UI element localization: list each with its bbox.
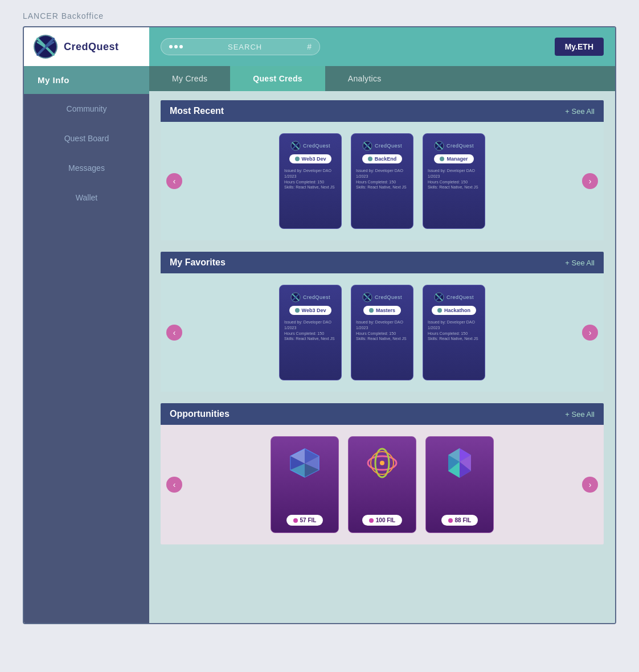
fav-badge-3: Hackathon: [432, 306, 476, 315]
backoffice-label: LANCER Backoffice: [23, 11, 616, 21]
most-recent-header: Most Recent + See All: [161, 100, 604, 122]
opportunities-next-btn[interactable]: ›: [582, 477, 598, 493]
top-header: SEARCH # My.ETH: [149, 27, 615, 66]
fav-badge-label-2: Masters: [376, 308, 395, 313]
cred-badge-label-2: BackEnd: [375, 156, 397, 162]
cred-brand-2: CredQuest: [375, 143, 402, 149]
fav-card-masters: CredQuest Masters Issued by: Developer D…: [351, 285, 413, 380]
opportunities-prev-btn[interactable]: ‹: [166, 477, 182, 493]
cred-badge-1: Web3 Dev: [289, 154, 332, 163]
opp-card-88fil: 88 FIL: [425, 436, 494, 533]
cred-badge-dot-3: [440, 157, 444, 161]
opp-badge-3: 88 FIL: [441, 515, 478, 526]
cred-card-logo-2: CredQuest: [362, 141, 402, 151]
opportunities-header: Opportunities + See All: [161, 403, 604, 425]
cred-card-backend: CredQuest BackEnd Issued by: Developer D…: [351, 133, 413, 229]
sidebar-item-questboard[interactable]: Quest Board: [24, 124, 149, 153]
tab-questcreds[interactable]: Quest Creds: [230, 66, 325, 91]
fav-card-logo-1: CredQuest: [290, 292, 330, 302]
tab-mycreds[interactable]: My Creds: [149, 66, 230, 91]
opp-icon-3: [443, 446, 477, 480]
fav-card-logo-2: CredQuest: [362, 292, 402, 302]
cred-badge-2: BackEnd: [362, 154, 403, 163]
fav-info-2: Issued by: Developer DAO 1/2023 Hours Co…: [356, 319, 408, 342]
search-dots-icon: [169, 45, 183, 48]
opp-icon-2: [365, 446, 399, 480]
most-recent-section: Most Recent + See All ‹: [161, 100, 604, 240]
my-favorites-section: My Favorites + See All ‹: [161, 252, 604, 392]
cred-card-web3dev: CredQuest Web3 Dev Issued by: Developer …: [279, 133, 342, 229]
content-area: SEARCH # My.ETH My Creds Quest Creds Ana…: [149, 27, 615, 623]
sidebar-logo: CredQuest: [24, 27, 149, 66]
opp-amount-1: 57 FIL: [300, 517, 317, 523]
cred-badge-3: Manager: [434, 154, 473, 163]
most-recent-title: Most Recent: [170, 106, 224, 116]
opp-badge-dot-2: [369, 518, 374, 523]
favorites-next-btn[interactable]: ›: [582, 325, 598, 341]
cred-badge-label-3: Manager: [447, 156, 468, 162]
sidebar-item-messages[interactable]: Messages: [24, 153, 149, 183]
fav-brand-3: CredQuest: [447, 294, 474, 300]
dot3: [179, 45, 183, 48]
most-recent-body: ‹ CredQuest: [161, 122, 604, 240]
credquest-logo-icon: [33, 34, 58, 59]
fav-info-3: Issued by: Developer DAO 1/2023 Hours Co…: [428, 319, 480, 342]
cred-badge-dot-1: [295, 157, 300, 161]
opp-amount-2: 100 FIL: [376, 517, 395, 523]
svg-point-33: [380, 461, 384, 465]
favorites-cards: CredQuest Web3 Dev Issued by: Developer …: [188, 285, 576, 380]
cred-x-icon-2: [362, 141, 372, 151]
my-favorites-title: My Favorites: [170, 257, 226, 268]
cred-badge-label-1: Web3 Dev: [302, 156, 326, 162]
fav-badge-2: Masters: [363, 306, 401, 315]
opportunities-see-all[interactable]: + See All: [565, 410, 595, 419]
most-recent-see-all[interactable]: + See All: [565, 107, 595, 116]
sidebar-item-community[interactable]: Community: [24, 94, 149, 124]
fav-badge-dot-2: [369, 308, 374, 313]
search-label: SEARCH: [187, 43, 302, 51]
most-recent-prev-btn[interactable]: ‹: [166, 173, 182, 189]
tabs-bar: My Creds Quest Creds Analytics: [149, 66, 615, 91]
cred-info-3: Issued by: Developer DAO 1/2023 Hours Co…: [428, 168, 480, 190]
fav-card-logo-3: CredQuest: [434, 292, 474, 302]
fav-info-1: Issued by: Developer DAO 1/2023 Hours Co…: [284, 319, 337, 342]
cred-brand-1: CredQuest: [303, 143, 330, 149]
cred-card-logo-3: CredQuest: [434, 141, 474, 151]
fav-brand-1: CredQuest: [303, 294, 330, 300]
cred-x-icon-3: [434, 141, 444, 151]
opp-badge-2: 100 FIL: [362, 515, 402, 526]
search-hash-icon: #: [307, 42, 312, 51]
opportunities-title: Opportunities: [170, 409, 230, 419]
fav-badge-1: Web3 Dev: [289, 306, 332, 315]
cred-card-logo-1: CredQuest: [290, 141, 330, 151]
fav-badge-dot-3: [437, 308, 442, 313]
search-bar[interactable]: SEARCH #: [161, 38, 320, 55]
opp-badge-dot-1: [293, 518, 298, 523]
fav-x-icon-2: [362, 292, 372, 302]
opportunities-cards: 57 FIL: [188, 436, 576, 533]
dot1: [169, 45, 173, 48]
fav-x-icon-1: [290, 292, 301, 302]
most-recent-next-btn[interactable]: ›: [582, 173, 598, 189]
sidebar-item-wallet[interactable]: Wallet: [24, 183, 149, 212]
tab-analytics[interactable]: Analytics: [325, 66, 404, 91]
main-container: CredQuest My Info Community Quest Board …: [23, 26, 616, 624]
main-content: Most Recent + See All ‹: [149, 91, 615, 623]
fav-brand-2: CredQuest: [375, 294, 402, 300]
my-favorites-header: My Favorites + See All: [161, 252, 604, 273]
cred-brand-3: CredQuest: [447, 143, 474, 149]
cred-info-2: Issued by: Developer DAO 1/2023 Hours Co…: [356, 168, 408, 190]
my-favorites-see-all[interactable]: + See All: [565, 259, 595, 267]
fav-badge-label-3: Hackathon: [444, 308, 470, 313]
cred-info-1: Issued by: Developer DAO 1/2023 Hours Co…: [284, 168, 337, 190]
favorites-prev-btn[interactable]: ‹: [166, 325, 182, 341]
sidebar-nav: My Info Community Quest Board Messages W…: [24, 66, 149, 212]
fav-badge-dot-1: [295, 308, 300, 313]
cred-card-manager: CredQuest Manager Issued by: Developer D…: [423, 133, 485, 229]
opp-card-100fil: 100 FIL: [348, 436, 416, 533]
sidebar-item-myinfo[interactable]: My Info: [24, 66, 149, 94]
opp-amount-3: 88 FIL: [455, 517, 472, 523]
wallet-button[interactable]: My.ETH: [555, 38, 604, 56]
most-recent-cards: CredQuest Web3 Dev Issued by: Developer …: [188, 133, 576, 229]
fav-x-icon-3: [434, 292, 444, 302]
